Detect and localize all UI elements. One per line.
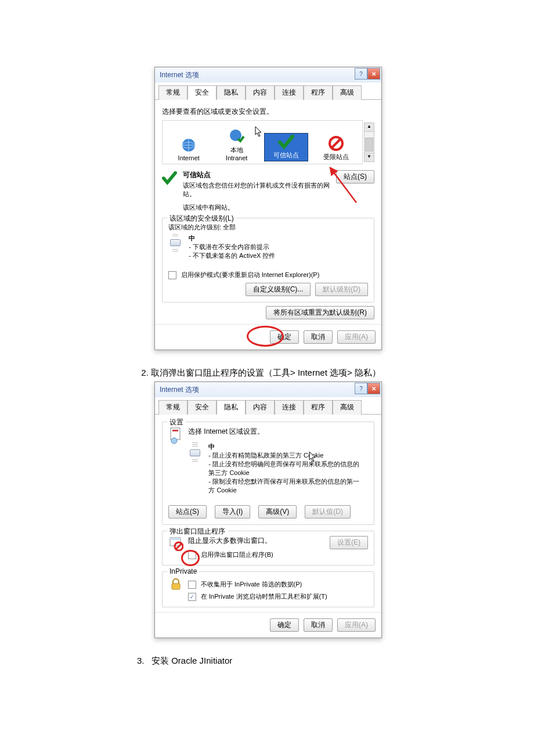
globe-check-icon	[229, 128, 245, 145]
zone-trusted[interactable]: 可信站点	[264, 133, 308, 161]
security-level-group: 该区域的安全级别(L) 该区域的允许级别: 全部 中 - 下载潜在不安全内容前提…	[162, 218, 374, 303]
svg-line-5	[332, 139, 340, 147]
popup-blocker-group: 弹出窗口阻止程序 阻止显示大多数弹出窗口。 启用弹出窗口阻止程序(B) 设置(E…	[162, 531, 374, 566]
apply-button[interactable]: 应用(A)	[337, 330, 376, 344]
tabstrip: 常规 安全 隐私 内容 连接 程序 高级	[155, 82, 381, 100]
cancel-button[interactable]: 取消	[304, 330, 333, 344]
security-slider[interactable]	[168, 234, 182, 251]
default-level-button[interactable]: 默认级别(D)	[315, 283, 368, 296]
zone-restricted[interactable]: 受限站点	[316, 135, 356, 161]
svg-point-8	[171, 438, 177, 444]
blocked-icon	[328, 135, 344, 152]
group-legend: 该区域的安全级别(L)	[167, 214, 236, 224]
svg-rect-13	[172, 584, 180, 589]
zone-prompt: 选择要查看的区域或更改安全设置。	[162, 107, 374, 117]
zones-scrollbar[interactable]: ▲ ▼	[364, 123, 374, 162]
privacy-desc-1: - 阻止没有精简隐私政策的第三方 Cookie	[208, 451, 359, 460]
reset-all-button[interactable]: 将所有区域重置为默认级别(R)	[266, 306, 374, 319]
tab-connections[interactable]: 连接	[275, 85, 304, 100]
privacy-report-icon	[168, 427, 183, 444]
tab-general[interactable]: 常规	[158, 85, 187, 100]
check-icon	[278, 134, 294, 150]
trusted-heading: 可信站点	[183, 171, 211, 179]
popup-enable-label: 启用弹出窗口阻止程序(B)	[201, 550, 273, 559]
ok-button[interactable]: 确定	[270, 618, 299, 632]
level-desc-1: - 下载潜在不安全内容前提示	[189, 243, 275, 251]
zone-label: Internet	[178, 154, 200, 161]
trusted-status: 该区域中有网站。	[183, 203, 330, 212]
help-button[interactable]: ?	[355, 383, 367, 394]
dialog-title: Internet 选项	[160, 385, 199, 395]
zone-label: 受限站点	[323, 153, 349, 161]
step-3-text: 安装 Oracle JInitiator	[151, 656, 232, 665]
settings-prompt: 选择 Internet 区域设置。	[188, 427, 368, 437]
titlebar: Internet 选项 ? ✕	[155, 67, 381, 82]
trusted-desc: 该区域包含您信任对您的计算机或文件没有损害的网站。	[183, 181, 330, 199]
svg-line-0	[330, 168, 356, 203]
tab-content[interactable]: 内容	[246, 85, 275, 100]
tab-security[interactable]: 安全	[187, 400, 217, 415]
zone-internet[interactable]: Internet	[168, 137, 209, 161]
level-desc-2: - 不下载未签名的 ActiveX 控件	[189, 251, 275, 260]
red-circle-annotation	[181, 550, 200, 566]
tab-programs[interactable]: 程序	[304, 85, 333, 100]
privacy-sites-button[interactable]: 站点(S)	[168, 505, 207, 519]
zone-label: 本地 Intranet	[226, 146, 247, 161]
red-circle-annotation	[247, 326, 284, 347]
cancel-button[interactable]: 取消	[304, 618, 333, 632]
apply-button[interactable]: 应用(A)	[337, 618, 376, 632]
popup-legend: 弹出窗口阻止程序	[167, 527, 228, 537]
inprivate-disable-checkbox[interactable]: ✓	[188, 593, 196, 601]
tab-connections[interactable]: 连接	[275, 400, 304, 415]
zone-intranet[interactable]: 本地 Intranet	[217, 128, 257, 161]
tab-advanced[interactable]: 高级	[333, 85, 362, 100]
protected-mode-checkbox[interactable]	[168, 271, 176, 279]
tab-advanced[interactable]: 高级	[333, 400, 362, 415]
protected-mode-label: 启用保护模式(要求重新启动 Internet Explorer)(P)	[181, 271, 319, 279]
tab-programs[interactable]: 程序	[304, 400, 333, 415]
check-icon	[162, 170, 177, 185]
step-3-number: 3.	[137, 656, 145, 665]
tab-privacy[interactable]: 隐私	[217, 85, 246, 100]
tab-security[interactable]: 安全	[187, 85, 217, 100]
privacy-desc-2: - 阻止没有经您明确同意而保存可用来联系您的信息的第三方 Cookie	[208, 460, 359, 477]
scroll-down-icon[interactable]: ▼	[365, 153, 374, 161]
tabstrip: 常规 安全 隐私 内容 连接 程序 高级	[155, 397, 381, 415]
privacy-advanced-button[interactable]: 高级(V)	[258, 505, 297, 519]
close-button[interactable]: ✕	[367, 68, 380, 80]
popup-settings-button[interactable]: 设置(E)	[330, 536, 368, 549]
dialog-title: Internet 选项	[160, 70, 199, 80]
globe-icon	[181, 137, 197, 153]
close-button[interactable]: ✕	[367, 383, 380, 394]
custom-level-button[interactable]: 自定义级别(C)...	[246, 283, 311, 296]
tab-privacy[interactable]: 隐私	[217, 400, 246, 415]
inprivate-nocollect-checkbox[interactable]	[188, 581, 196, 589]
step-2-text: 取消弹出窗口阻止程序的设置（工具> Internet 选项> 隐私）	[151, 368, 381, 377]
popup-desc: 阻止显示大多数弹出窗口。	[188, 536, 325, 546]
help-button[interactable]: ?	[355, 68, 367, 80]
settings-legend: 设置	[167, 417, 186, 427]
privacy-desc-3: - 限制没有经您默许而保存可用来联系您的信息的第一方 Cookie	[208, 477, 359, 495]
lock-icon	[168, 577, 183, 592]
privacy-import-button[interactable]: 导入(I)	[215, 505, 250, 519]
tab-general[interactable]: 常规	[158, 400, 187, 415]
popup-block-icon	[168, 536, 183, 551]
privacy-default-button[interactable]: 默认值(D)	[305, 505, 351, 519]
inprivate-nocollect-label: 不收集用于 InPrivate 筛选的数据(P)	[201, 580, 302, 589]
tab-content[interactable]: 内容	[246, 400, 275, 415]
zone-label: 可信站点	[273, 151, 299, 160]
scroll-up-icon[interactable]: ▲	[365, 123, 374, 132]
scroll-thumb[interactable]	[365, 138, 373, 152]
inprivate-disable-label: 在 InPrivate 浏览启动时禁用工具栏和扩展(T)	[201, 592, 327, 601]
level-value: 中	[208, 443, 215, 450]
svg-rect-7	[172, 430, 178, 431]
internet-options-privacy-dialog: Internet 选项 ? ✕ 常规 安全 隐私 内容 连接 程序 高级 设置	[154, 381, 382, 638]
permit-levels: 该区域的允许级别: 全部	[168, 223, 368, 232]
level-value: 中	[189, 235, 195, 242]
inprivate-group: InPrivate 不收集用于 InPrivate 筛选的数据(P) ✓ 在 I…	[162, 571, 374, 607]
titlebar: Internet 选项 ? ✕	[155, 382, 381, 397]
cursor-icon	[255, 126, 264, 138]
internet-options-security-dialog: Internet 选项 ? ✕ 常规 安全 隐私 内容 连接 程序 高级 选择要…	[154, 67, 382, 350]
inprivate-legend: InPrivate	[167, 567, 199, 575]
privacy-slider[interactable]	[188, 442, 202, 462]
